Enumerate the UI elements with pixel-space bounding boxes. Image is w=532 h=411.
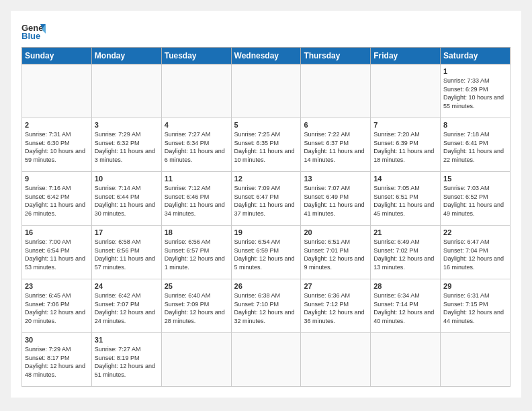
calendar-day-cell (301, 64, 371, 118)
calendar-day-cell: 6Sunrise: 7:22 AM Sunset: 6:37 PM Daylig… (301, 118, 371, 172)
calendar-day-cell: 9Sunrise: 7:16 AM Sunset: 6:42 PM Daylig… (22, 172, 92, 226)
day-number: 15 (443, 175, 507, 183)
day-info: Sunrise: 7:27 AM Sunset: 6:34 PM Dayligh… (165, 130, 228, 164)
calendar-day-cell: 8Sunrise: 7:18 AM Sunset: 6:41 PM Daylig… (441, 118, 511, 172)
calendar-header-row: SundayMondayTuesdayWednesdayThursdayFrid… (22, 48, 511, 64)
calendar-day-cell: 26Sunrise: 6:38 AM Sunset: 7:10 PM Dayli… (231, 279, 301, 333)
calendar-day-cell: 28Sunrise: 6:34 AM Sunset: 7:14 PM Dayli… (371, 279, 441, 333)
calendar-day-cell: 27Sunrise: 6:36 AM Sunset: 7:12 PM Dayli… (301, 279, 371, 333)
calendar-day-cell (91, 64, 161, 118)
day-number: 9 (25, 175, 89, 183)
calendar-day-cell: 13Sunrise: 7:07 AM Sunset: 6:49 PM Dayli… (301, 172, 371, 226)
calendar-week-row: 1Sunrise: 7:33 AM Sunset: 6:29 PM Daylig… (22, 64, 511, 118)
calendar-day-header: Friday (371, 48, 441, 64)
day-info: Sunrise: 6:40 AM Sunset: 7:09 PM Dayligh… (165, 291, 228, 325)
day-info: Sunrise: 6:56 AM Sunset: 6:57 PM Dayligh… (165, 238, 228, 271)
calendar-day-cell: 7Sunrise: 7:20 AM Sunset: 6:39 PM Daylig… (371, 118, 441, 172)
calendar-day-cell: 23Sunrise: 6:45 AM Sunset: 7:06 PM Dayli… (22, 279, 92, 333)
day-number: 1 (443, 67, 507, 75)
calendar-day-cell (301, 333, 371, 387)
calendar-day-cell: 15Sunrise: 7:03 AM Sunset: 6:52 PM Dayli… (441, 172, 511, 226)
calendar-week-row: 2Sunrise: 7:31 AM Sunset: 6:30 PM Daylig… (22, 118, 511, 172)
day-number: 20 (304, 228, 367, 236)
logo: General Blue (21, 21, 46, 40)
day-info: Sunrise: 7:14 AM Sunset: 6:44 PM Dayligh… (95, 184, 159, 218)
day-number: 17 (95, 228, 159, 236)
day-info: Sunrise: 7:07 AM Sunset: 6:49 PM Dayligh… (304, 184, 367, 218)
calendar-day-cell: 11Sunrise: 7:12 AM Sunset: 6:46 PM Dayli… (161, 172, 231, 226)
calendar-day-cell: 3Sunrise: 7:29 AM Sunset: 6:32 PM Daylig… (91, 118, 161, 172)
day-info: Sunrise: 6:45 AM Sunset: 7:06 PM Dayligh… (25, 291, 89, 325)
calendar-day-cell: 20Sunrise: 6:51 AM Sunset: 7:01 PM Dayli… (301, 226, 371, 279)
day-info: Sunrise: 7:27 AM Sunset: 8:19 PM Dayligh… (95, 345, 159, 379)
generalblue-icon: General Blue (21, 21, 46, 40)
day-info: Sunrise: 6:38 AM Sunset: 7:10 PM Dayligh… (234, 291, 298, 325)
day-info: Sunrise: 6:54 AM Sunset: 6:59 PM Dayligh… (234, 238, 298, 271)
day-info: Sunrise: 6:42 AM Sunset: 7:07 PM Dayligh… (95, 291, 159, 325)
calendar-day-cell: 24Sunrise: 6:42 AM Sunset: 7:07 PM Dayli… (91, 279, 161, 333)
day-number: 31 (95, 336, 159, 344)
calendar: SundayMondayTuesdayWednesdayThursdayFrid… (21, 47, 511, 387)
calendar-day-cell: 16Sunrise: 7:00 AM Sunset: 6:54 PM Dayli… (22, 226, 92, 279)
day-info: Sunrise: 7:29 AM Sunset: 8:17 PM Dayligh… (25, 345, 89, 379)
calendar-day-cell: 1Sunrise: 7:33 AM Sunset: 6:29 PM Daylig… (441, 64, 511, 118)
day-number: 28 (373, 282, 437, 290)
day-number: 5 (234, 121, 298, 129)
calendar-day-cell (371, 333, 441, 387)
day-number: 21 (373, 228, 437, 236)
day-info: Sunrise: 6:47 AM Sunset: 7:04 PM Dayligh… (443, 238, 507, 271)
header: General Blue (21, 21, 511, 40)
calendar-day-cell: 22Sunrise: 6:47 AM Sunset: 7:04 PM Dayli… (441, 226, 511, 279)
day-info: Sunrise: 7:16 AM Sunset: 6:42 PM Dayligh… (25, 184, 89, 218)
day-number: 2 (25, 121, 89, 129)
day-number: 6 (304, 121, 367, 129)
calendar-week-row: 30Sunrise: 7:29 AM Sunset: 8:17 PM Dayli… (22, 333, 511, 387)
day-info: Sunrise: 7:29 AM Sunset: 6:32 PM Dayligh… (95, 130, 159, 164)
day-number: 13 (304, 175, 367, 183)
day-info: Sunrise: 7:22 AM Sunset: 6:37 PM Dayligh… (304, 130, 367, 164)
calendar-day-cell: 25Sunrise: 6:40 AM Sunset: 7:09 PM Dayli… (161, 279, 231, 333)
calendar-day-cell: 5Sunrise: 7:25 AM Sunset: 6:35 PM Daylig… (231, 118, 301, 172)
day-number: 7 (373, 121, 437, 129)
day-info: Sunrise: 6:49 AM Sunset: 7:02 PM Dayligh… (373, 238, 437, 271)
day-number: 30 (25, 336, 89, 344)
calendar-day-cell: 17Sunrise: 6:58 AM Sunset: 6:56 PM Dayli… (91, 226, 161, 279)
calendar-day-header: Wednesday (231, 48, 301, 64)
calendar-day-cell: 10Sunrise: 7:14 AM Sunset: 6:44 PM Dayli… (91, 172, 161, 226)
day-number: 24 (95, 282, 159, 290)
day-number: 4 (165, 121, 228, 129)
calendar-day-cell (161, 64, 231, 118)
day-info: Sunrise: 7:03 AM Sunset: 6:52 PM Dayligh… (443, 184, 507, 218)
calendar-day-cell: 19Sunrise: 6:54 AM Sunset: 6:59 PM Dayli… (231, 226, 301, 279)
day-number: 10 (95, 175, 159, 183)
day-info: Sunrise: 7:18 AM Sunset: 6:41 PM Dayligh… (443, 130, 507, 164)
calendar-day-cell: 21Sunrise: 6:49 AM Sunset: 7:02 PM Dayli… (371, 226, 441, 279)
day-number: 8 (443, 121, 507, 129)
day-info: Sunrise: 6:51 AM Sunset: 7:01 PM Dayligh… (304, 238, 367, 271)
day-number: 18 (165, 228, 228, 236)
day-info: Sunrise: 7:00 AM Sunset: 6:54 PM Dayligh… (25, 238, 89, 271)
day-number: 11 (165, 175, 228, 183)
day-info: Sunrise: 7:09 AM Sunset: 6:47 PM Dayligh… (234, 184, 298, 218)
calendar-day-cell (371, 64, 441, 118)
day-number: 26 (234, 282, 298, 290)
calendar-week-row: 16Sunrise: 7:00 AM Sunset: 6:54 PM Dayli… (22, 226, 511, 279)
day-info: Sunrise: 6:58 AM Sunset: 6:56 PM Dayligh… (95, 238, 159, 271)
day-info: Sunrise: 6:34 AM Sunset: 7:14 PM Dayligh… (373, 291, 437, 325)
day-info: Sunrise: 7:12 AM Sunset: 6:46 PM Dayligh… (165, 184, 228, 218)
day-number: 22 (443, 228, 507, 236)
day-info: Sunrise: 7:31 AM Sunset: 6:30 PM Dayligh… (25, 130, 89, 164)
calendar-day-cell (22, 64, 92, 118)
day-info: Sunrise: 7:20 AM Sunset: 6:39 PM Dayligh… (373, 130, 437, 164)
calendar-day-cell (441, 333, 511, 387)
calendar-day-header: Monday (91, 48, 161, 64)
calendar-day-header: Saturday (441, 48, 511, 64)
day-number: 3 (95, 121, 159, 129)
calendar-day-cell (231, 333, 301, 387)
day-info: Sunrise: 6:31 AM Sunset: 7:15 PM Dayligh… (443, 291, 507, 325)
day-info: Sunrise: 7:05 AM Sunset: 6:51 PM Dayligh… (373, 184, 437, 218)
day-number: 25 (165, 282, 228, 290)
calendar-day-cell (161, 333, 231, 387)
day-number: 12 (234, 175, 298, 183)
calendar-day-cell: 4Sunrise: 7:27 AM Sunset: 6:34 PM Daylig… (161, 118, 231, 172)
